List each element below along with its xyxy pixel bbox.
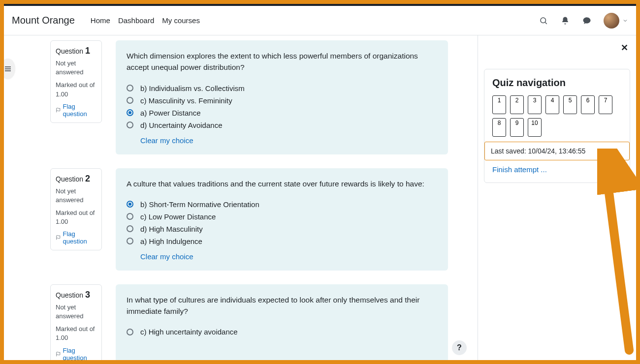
option-label: a) High Indulgence (140, 237, 202, 245)
options: c) High uncertainty avoidance (127, 328, 437, 336)
radio-icon (127, 97, 133, 104)
quiz-nav-item[interactable]: 5 (563, 95, 577, 114)
nav-dashboard[interactable]: Dashboard (118, 14, 154, 27)
topbar-right (539, 13, 628, 29)
last-saved: Last saved: 10/04/24, 13:46:55 (484, 142, 630, 160)
layout: Question 1Not yet answeredMarked out of … (4, 35, 636, 360)
primary-nav: Home Dashboard My courses (91, 14, 200, 27)
clear-choice-link[interactable]: Clear my choice (140, 136, 437, 145)
option[interactable]: c) High uncertainty avoidance (127, 328, 437, 336)
chevron-down-icon (622, 18, 628, 24)
options: b) Individualism vs. Collectivismc) Masc… (127, 84, 437, 129)
question-row: Question 2Not yet answeredMarked out of … (50, 168, 478, 271)
question-mark: Marked out of 1.00 (56, 325, 96, 342)
question-mark: Marked out of 1.00 (56, 209, 96, 226)
question-mark: Marked out of 1.00 (56, 81, 96, 98)
radio-icon (127, 238, 133, 244)
question-text: In what type of cultures are individuals… (127, 294, 437, 317)
question-label: Question 2 (56, 174, 96, 184)
nav-home[interactable]: Home (91, 14, 110, 27)
radio-icon (127, 329, 133, 335)
search-icon[interactable] (539, 16, 548, 26)
question-text: A culture that values traditions and the… (127, 178, 437, 189)
option-label: b) Individualism vs. Collectivism (140, 84, 245, 92)
radio-icon (127, 225, 133, 232)
flag-icon (56, 107, 61, 113)
radio-icon (127, 201, 133, 208)
question-body: Which dimension explores the extent to w… (116, 40, 448, 154)
radio-icon (127, 85, 133, 91)
flag-question-link[interactable]: Flag question (56, 347, 96, 361)
hamburger-icon (4, 65, 12, 73)
quiz-nav-item[interactable]: 9 (510, 118, 524, 137)
option[interactable]: d) Uncertainty Avoidance (127, 121, 437, 129)
flag-icon (56, 235, 61, 241)
question-label: Question 3 (56, 290, 96, 300)
quiz-nav-item[interactable]: 2 (510, 95, 524, 114)
question-info: Question 1Not yet answeredMarked out of … (50, 40, 102, 123)
topbar: Mount Orange Home Dashboard My courses (4, 6, 636, 35)
option-label: c) Low Power Distance (140, 212, 216, 221)
quiz-nav-item[interactable]: 7 (599, 95, 612, 114)
radio-icon (127, 109, 133, 116)
flag-icon (56, 351, 61, 357)
quiz-nav-item[interactable]: 1 (492, 95, 506, 114)
quiz-nav-item[interactable]: 3 (528, 95, 542, 114)
avatar (604, 13, 619, 29)
question-body: A culture that values traditions and the… (116, 168, 448, 271)
flag-question-link[interactable]: Flag question (56, 103, 96, 118)
quiz-nav-item[interactable]: 4 (545, 95, 559, 114)
option-label: a) Power Distance (140, 109, 201, 117)
quiz-nav-grid: 12345678910 (492, 95, 622, 137)
option[interactable]: b) Short-Term Normative Orientation (127, 200, 437, 209)
option[interactable]: a) Power Distance (127, 109, 437, 117)
svg-point-0 (541, 18, 546, 23)
question-body: In what type of cultures are individuals… (116, 284, 448, 360)
quiz-nav-title: Quiz navigation (492, 77, 622, 89)
question-info: Question 2Not yet answeredMarked out of … (50, 168, 102, 251)
radio-icon (127, 121, 133, 128)
app-frame: Mount Orange Home Dashboard My courses (4, 4, 636, 360)
side-column: ✕ Quiz navigation 12345678910 Last saved… (478, 35, 636, 360)
finish-attempt-link[interactable]: Finish attempt ... (492, 165, 622, 174)
question-status: Not yet answered (56, 59, 96, 77)
option-label: c) Masculinity vs. Femininity (140, 96, 232, 105)
question-row: Question 3Not yet answeredMarked out of … (50, 284, 478, 360)
nav-my-courses[interactable]: My courses (162, 14, 200, 27)
quiz-nav-item[interactable]: 8 (492, 118, 506, 137)
radio-icon (127, 213, 133, 220)
question-label: Question 1 (56, 46, 96, 56)
svg-line-1 (545, 22, 546, 24)
close-icon[interactable]: ✕ (621, 42, 628, 53)
main-column: Question 1Not yet answeredMarked out of … (4, 35, 478, 360)
question-info: Question 3Not yet answeredMarked out of … (50, 284, 102, 360)
help-button[interactable]: ? (452, 340, 467, 355)
option[interactable]: d) High Masculinity (127, 225, 437, 233)
options: b) Short-Term Normative Orientationc) Lo… (127, 200, 437, 245)
option-label: d) Uncertainty Avoidance (140, 121, 223, 129)
question-row: Question 1Not yet answeredMarked out of … (50, 40, 478, 154)
quiz-nav-item[interactable]: 10 (528, 118, 542, 137)
option-label: d) High Masculinity (140, 225, 203, 233)
brand-title[interactable]: Mount Orange (12, 15, 75, 26)
user-menu[interactable] (604, 13, 628, 29)
quiz-nav-card: Quiz navigation 12345678910 Last saved: … (484, 69, 630, 183)
clear-choice-link[interactable]: Clear my choice (140, 252, 437, 261)
question-text: Which dimension explores the extent to w… (127, 50, 437, 73)
quiz-nav-item[interactable]: 6 (581, 95, 595, 114)
option[interactable]: c) Masculinity vs. Femininity (127, 96, 437, 105)
option-label: b) Short-Term Normative Orientation (140, 200, 259, 209)
option[interactable]: b) Individualism vs. Collectivism (127, 84, 437, 92)
option[interactable]: a) High Indulgence (127, 237, 437, 245)
bell-icon[interactable] (560, 16, 570, 26)
flag-question-link[interactable]: Flag question (56, 230, 96, 245)
question-status: Not yet answered (56, 187, 96, 205)
option[interactable]: c) Low Power Distance (127, 212, 437, 221)
question-status: Not yet answered (56, 303, 96, 321)
chat-icon[interactable] (582, 16, 592, 26)
option-label: c) High uncertainty avoidance (140, 328, 238, 336)
